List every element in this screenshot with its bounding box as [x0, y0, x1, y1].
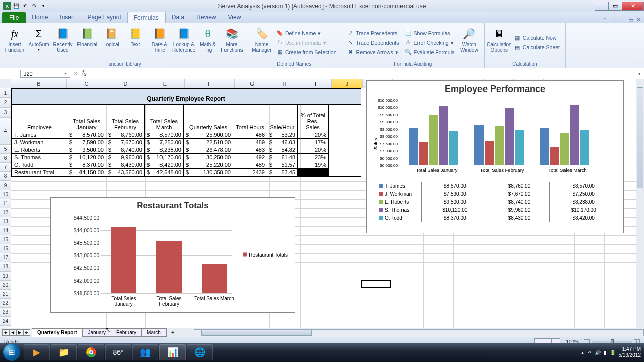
lookup-button[interactable]: 📘Lookup & Reference — [172, 25, 195, 60]
row-header[interactable]: 21 — [0, 290, 11, 299]
name-manager-button[interactable]: 🏷️Name Manager — [250, 25, 273, 60]
taskbar-clock[interactable]: 1:47 PM5/19/2012 — [619, 346, 641, 358]
taskbar-chrome[interactable] — [78, 344, 104, 360]
ribbon-tab-home[interactable]: Home — [26, 12, 54, 23]
restaurant-totals-chart[interactable]: Restaurant Totals $44,500.00$44,000.00$4… — [50, 197, 295, 313]
system-tray[interactable]: ▴ 🏳 🔊 ▮ 🔋 1:47 PM5/19/2012 — [581, 346, 641, 358]
autosum-button[interactable]: ΣAutoSum▾ — [27, 25, 50, 60]
insert-function-button[interactable]: fxInsert Function — [3, 25, 26, 60]
sheet-nav-next-icon[interactable]: ▶ — [16, 329, 23, 336]
ribbon-tab-formulas[interactable]: Formulas — [127, 12, 166, 23]
sheet-tab[interactable]: March — [141, 328, 167, 337]
calculation-options-button[interactable]: 🖩Calculation Options — [488, 25, 511, 60]
define-name-button[interactable]: 🔖Define Name ▾ — [274, 29, 339, 38]
spreadsheet-grid[interactable]: BCDEFGHIJKLMNOPQR 1234567891011121314151… — [0, 79, 644, 328]
column-header[interactable]: F — [185, 79, 235, 88]
text-button[interactable]: 📒Text — [124, 25, 147, 60]
minimize-button[interactable]: — — [595, 2, 609, 11]
row-header[interactable]: 4 — [0, 118, 11, 145]
sheet-nav-prev-icon[interactable]: ◀ — [9, 329, 16, 336]
new-sheet-icon[interactable]: ✴ — [167, 330, 179, 335]
watch-window-button[interactable]: 🔎Watch Window — [458, 25, 481, 60]
sheet-nav-last-icon[interactable]: ⏭ — [23, 329, 30, 336]
date-time-button[interactable]: 📙Date & Time — [148, 25, 171, 60]
horizontal-scrollbar[interactable] — [194, 329, 644, 336]
formula-input[interactable] — [90, 70, 635, 78]
row-header[interactable]: 19 — [0, 272, 11, 281]
row-header[interactable]: 13 — [0, 217, 11, 226]
row-header[interactable]: 16 — [0, 244, 11, 253]
minimize-ribbon-icon[interactable]: ⌃ — [602, 17, 607, 23]
taskbar-weather[interactable]: 86° — [105, 344, 131, 360]
network-icon[interactable]: ▮ — [604, 350, 607, 355]
trace-dependents-button[interactable]: ↘Trace Dependents — [345, 38, 401, 47]
column-header[interactable]: I — [300, 79, 332, 88]
ribbon-tab-insert[interactable]: Insert — [54, 12, 81, 23]
file-tab[interactable]: File — [2, 12, 26, 23]
row-header[interactable]: 24 — [0, 317, 11, 326]
row-header[interactable]: 1 — [0, 88, 11, 98]
ribbon-tab-data[interactable]: Data — [166, 12, 190, 23]
qat-dropdown-icon[interactable]: ▾ — [39, 2, 47, 10]
taskbar-media-player[interactable]: ▶ — [24, 344, 50, 360]
sheet-tab[interactable]: Quarterly Report — [32, 328, 83, 337]
sheet-tab[interactable]: January — [82, 328, 111, 337]
start-button[interactable]: ⊞ — [0, 343, 23, 362]
column-header[interactable]: D — [106, 79, 145, 88]
use-in-formula-button[interactable]: ƒ𝑥Use in Formula ▾ — [274, 38, 339, 47]
maximize-button[interactable]: ▭ — [608, 2, 622, 11]
window-min-icon[interactable]: — — [620, 17, 625, 23]
evaluate-formula-button[interactable]: 🔍Evaluate Formula — [403, 48, 457, 57]
close-button[interactable]: ✕ — [622, 2, 644, 11]
ribbon-tab-review[interactable]: Review — [190, 12, 222, 23]
row-header[interactable]: 17 — [0, 253, 11, 262]
row-header[interactable]: 8 — [0, 172, 11, 181]
column-header[interactable]: G — [235, 79, 269, 88]
tray-up-icon[interactable]: ▴ — [581, 350, 584, 355]
row-header[interactable]: 6 — [0, 154, 11, 163]
row-header[interactable]: 5 — [0, 145, 11, 154]
fx-button-icon[interactable]: fx — [78, 69, 90, 77]
row-header[interactable]: 11 — [0, 199, 11, 208]
column-header[interactable]: C — [67, 79, 106, 88]
row-header[interactable]: 12 — [0, 208, 11, 217]
save-icon[interactable]: 💾 — [12, 2, 20, 10]
ribbon-tab-page-layout[interactable]: Page Layout — [81, 12, 127, 23]
show-formulas-button[interactable]: 📃Show Formulas — [403, 29, 457, 38]
select-all-corner[interactable] — [0, 79, 11, 88]
math-trig-button[interactable]: θMath & Trig — [196, 25, 219, 60]
window-close-icon[interactable]: ✕ — [636, 17, 641, 23]
more-functions-button[interactable]: 📚More Functions — [220, 25, 244, 60]
ribbon-tab-view[interactable]: View — [222, 12, 248, 23]
vertical-scrollbar[interactable] — [636, 79, 644, 328]
financial-button[interactable]: 📗Financial — [75, 25, 99, 60]
column-header[interactable]: E — [145, 79, 185, 88]
employee-performance-chart[interactable]: Employee Performance Sales $10,500.00$10… — [366, 80, 624, 233]
taskbar-app2[interactable]: 🌐 — [187, 344, 213, 360]
column-header[interactable]: B — [11, 79, 67, 88]
row-header[interactable]: 23 — [0, 308, 11, 317]
sheet-tab[interactable]: February — [111, 328, 142, 337]
error-checking-button[interactable]: ⚠Error Checking ▾ — [403, 38, 457, 47]
calculate-now-button[interactable]: ▦Calculate Now — [512, 33, 562, 42]
recently-used-button[interactable]: 📘Recently Used — [51, 25, 74, 60]
row-header[interactable]: 25 — [0, 326, 11, 328]
calculate-sheet-button[interactable]: ▤Calculate Sheet — [512, 43, 562, 52]
taskbar-excel[interactable]: 📊 — [159, 344, 186, 360]
row-header[interactable]: 14 — [0, 226, 11, 235]
row-header[interactable]: 15 — [0, 235, 11, 244]
window-restore-icon[interactable]: ▭ — [628, 17, 633, 23]
column-header[interactable]: H — [269, 79, 300, 88]
help-icon[interactable]: ❔ — [610, 17, 617, 23]
row-header[interactable]: 20 — [0, 281, 11, 290]
redo-icon[interactable]: ↷ — [30, 2, 38, 10]
volume-icon[interactable]: 🔊 — [595, 350, 601, 355]
logical-button[interactable]: 📔Logical — [100, 25, 123, 60]
taskbar-explorer[interactable]: 📁 — [51, 344, 77, 360]
name-box[interactable]: J20▾ — [20, 70, 70, 78]
expand-bar-icon[interactable]: ▾ — [635, 71, 644, 76]
row-header[interactable]: 10 — [0, 190, 11, 199]
battery-icon[interactable]: 🔋 — [610, 350, 616, 355]
cancel-icon[interactable]: ✕ — [73, 70, 78, 77]
row-header[interactable]: 9 — [0, 181, 11, 190]
